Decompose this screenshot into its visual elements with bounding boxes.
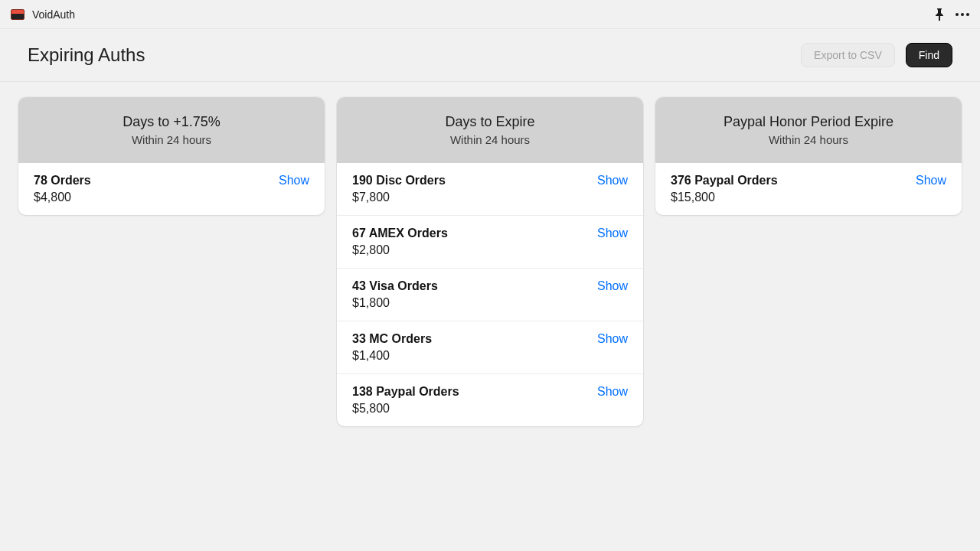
- app-name: VoidAuth: [32, 8, 75, 21]
- card-subtitle: Within 24 hours: [345, 133, 635, 146]
- row-text: 190 Disc Orders$7,800: [352, 174, 446, 204]
- card-row: 43 Visa Orders$1,800Show: [337, 268, 643, 321]
- show-link[interactable]: Show: [597, 279, 628, 293]
- row-amount: $2,800: [352, 243, 448, 257]
- card-subtitle: Within 24 hours: [663, 133, 954, 146]
- row-text: 376 Paypal Orders$15,800: [671, 174, 778, 204]
- card-header: Days to +1.75%Within 24 hours: [18, 97, 325, 163]
- cards-container: Days to +1.75%Within 24 hours78 Orders$4…: [0, 82, 980, 442]
- show-link[interactable]: Show: [597, 385, 628, 399]
- card-title: Days to Expire: [345, 114, 635, 130]
- show-link[interactable]: Show: [597, 332, 628, 346]
- row-text: 33 MC Orders$1,400: [352, 332, 432, 363]
- card-row: 376 Paypal Orders$15,800Show: [655, 163, 962, 215]
- page-title: Expiring Auths: [28, 44, 145, 66]
- card-row: 190 Disc Orders$7,800Show: [337, 163, 643, 215]
- card-body: 376 Paypal Orders$15,800Show: [655, 163, 962, 215]
- summary-card: Days to ExpireWithin 24 hours190 Disc Or…: [337, 97, 643, 426]
- top-bar: VoidAuth: [0, 0, 980, 29]
- row-text: 138 Paypal Orders$5,800: [352, 385, 459, 416]
- svg-point-0: [956, 13, 959, 16]
- row-title: 43 Visa Orders: [352, 279, 438, 293]
- summary-card: Paypal Honor Period ExpireWithin 24 hour…: [655, 97, 962, 215]
- row-title: 190 Disc Orders: [352, 174, 446, 187]
- card-title: Paypal Honor Period Expire: [663, 114, 954, 130]
- card-header: Paypal Honor Period ExpireWithin 24 hour…: [655, 97, 962, 163]
- row-title: 67 AMEX Orders: [352, 227, 448, 240]
- card-row: 138 Paypal Orders$5,800Show: [337, 373, 643, 426]
- export-csv-button[interactable]: Export to CSV: [801, 43, 895, 67]
- row-text: 78 Orders$4,800: [34, 174, 91, 204]
- row-amount: $15,800: [671, 191, 778, 204]
- row-amount: $1,800: [352, 296, 438, 310]
- row-amount: $1,400: [352, 349, 432, 363]
- show-link[interactable]: Show: [597, 174, 628, 187]
- app-icon: [11, 9, 24, 20]
- show-link[interactable]: Show: [916, 174, 946, 187]
- card-row: 67 AMEX Orders$2,800Show: [337, 215, 643, 268]
- show-link[interactable]: Show: [279, 174, 309, 187]
- card-header: Days to ExpireWithin 24 hours: [337, 97, 643, 163]
- card-row: 78 Orders$4,800Show: [18, 163, 325, 215]
- page-header: Expiring Auths Export to CSV Find: [0, 29, 980, 82]
- row-text: 67 AMEX Orders$2,800: [352, 227, 448, 257]
- row-title: 78 Orders: [34, 174, 91, 187]
- row-amount: $5,800: [352, 402, 459, 416]
- card-subtitle: Within 24 hours: [26, 133, 317, 146]
- pin-icon[interactable]: [934, 8, 945, 21]
- card-body: 78 Orders$4,800Show: [18, 163, 325, 215]
- find-button[interactable]: Find: [906, 43, 952, 67]
- svg-point-2: [966, 13, 969, 16]
- card-row: 33 MC Orders$1,400Show: [337, 321, 643, 373]
- svg-point-1: [961, 13, 964, 16]
- card-title: Days to +1.75%: [26, 114, 317, 130]
- row-text: 43 Visa Orders$1,800: [352, 279, 438, 310]
- row-amount: $4,800: [34, 191, 91, 204]
- more-icon[interactable]: [956, 13, 969, 16]
- summary-card: Days to +1.75%Within 24 hours78 Orders$4…: [18, 97, 325, 215]
- show-link[interactable]: Show: [597, 227, 628, 240]
- card-body: 190 Disc Orders$7,800Show67 AMEX Orders$…: [337, 163, 643, 426]
- row-title: 33 MC Orders: [352, 332, 432, 346]
- row-amount: $7,800: [352, 191, 446, 204]
- row-title: 376 Paypal Orders: [671, 174, 778, 187]
- row-title: 138 Paypal Orders: [352, 385, 459, 399]
